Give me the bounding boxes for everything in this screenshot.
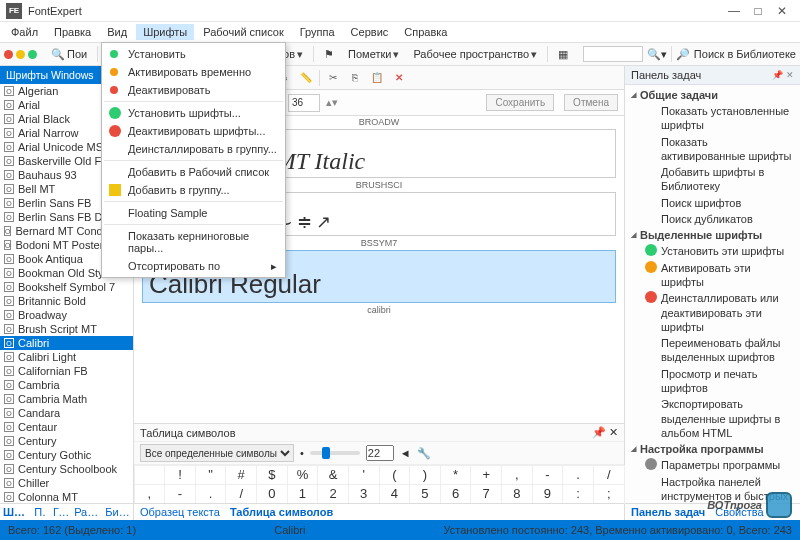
char-filter-select[interactable]: Все определенные символы — [140, 444, 294, 462]
library-search-label[interactable]: Поиск в Библиотеке — [694, 48, 796, 60]
char-cell[interactable]: . — [195, 484, 227, 504]
char-cell[interactable]: - — [532, 465, 564, 485]
task-group[interactable]: Общие задачи — [625, 87, 800, 103]
sidebar-tab[interactable]: Группы — [53, 506, 68, 518]
char-cell[interactable]: 3 — [348, 484, 380, 504]
copy-icon[interactable]: ⎘ — [346, 69, 364, 87]
char-cell[interactable]: 7 — [470, 484, 502, 504]
char-cell[interactable]: 1 — [287, 484, 319, 504]
workspace-dropdown[interactable]: Рабочее пространство ▾ — [409, 47, 541, 62]
char-cell[interactable]: 2 — [317, 484, 349, 504]
pin-icon[interactable]: 📌 ✕ — [592, 426, 618, 439]
font-item[interactable]: OCentury — [0, 434, 133, 448]
char-cell[interactable]: 4 — [379, 484, 411, 504]
task-item[interactable]: Поиск шрифтов — [625, 195, 800, 211]
char-cell[interactable]: % — [287, 465, 319, 485]
menu-item[interactable]: Активировать временно — [104, 63, 283, 81]
search-go-icon[interactable]: 🔍▾ — [647, 48, 667, 61]
close-button[interactable]: ✕ — [770, 4, 794, 18]
task-item[interactable]: Настройка панелей инструментов и быстрых… — [625, 474, 800, 503]
menu-item[interactable]: Установить — [104, 45, 283, 63]
char-size-input[interactable] — [366, 445, 394, 461]
font-item[interactable]: OBroadway — [0, 308, 133, 322]
char-cell[interactable]: , — [501, 465, 533, 485]
char-cell[interactable]: # — [225, 465, 257, 485]
search-input[interactable] — [583, 46, 643, 62]
menu-item[interactable]: Добавить в группу... — [104, 181, 283, 199]
taskpane-pin-icon[interactable]: 📌 ✕ — [772, 70, 794, 80]
fonts-menu-dropdown[interactable]: УстановитьАктивировать временноДеактивир… — [101, 42, 286, 278]
char-grid[interactable]: !"#$%&'()*+,-./,-./0123456789:; — [134, 465, 624, 503]
taskpane-tab[interactable]: Свойства — [715, 506, 763, 518]
char-cell[interactable]: " — [195, 465, 227, 485]
sidebar-tab[interactable]: Папки — [34, 506, 47, 518]
paste-icon[interactable]: 📋 — [368, 69, 386, 87]
font-item[interactable]: OCentury Gothic — [0, 448, 133, 462]
flag-icon[interactable]: ⚑ — [320, 47, 338, 62]
save-button[interactable]: Сохранить — [486, 94, 554, 111]
size-stepper-icon[interactable]: ▴▾ — [326, 96, 338, 109]
char-cell[interactable]: 6 — [440, 484, 472, 504]
layout-icon[interactable]: ▦ — [554, 47, 572, 62]
char-cell[interactable]: ) — [409, 465, 441, 485]
arrow-left-icon[interactable]: ◄ — [400, 447, 411, 459]
menu-item[interactable]: Показать керниноговые пары... — [104, 227, 283, 257]
task-item[interactable]: Экспортировать выделенные шрифты в альбо… — [625, 396, 800, 441]
size-input[interactable] — [288, 94, 320, 112]
taskpane-tab[interactable]: Панель задач — [631, 506, 705, 518]
font-item[interactable]: OCambria — [0, 378, 133, 392]
char-cell[interactable]: - — [164, 484, 196, 504]
center-tab[interactable]: Таблица символов — [230, 506, 333, 518]
menu-item[interactable]: Деинсталлировать в группу... — [104, 140, 283, 158]
char-cell[interactable]: & — [317, 465, 349, 485]
font-item[interactable]: OCambria Math — [0, 392, 133, 406]
delete-icon[interactable]: ✕ — [390, 69, 408, 87]
search-button[interactable]: 🔍 Пои — [47, 47, 91, 62]
menu-Группа[interactable]: Группа — [293, 24, 342, 40]
char-size-slider[interactable] — [310, 451, 360, 455]
sidebar-tab[interactable]: Рабочий с... — [74, 506, 99, 518]
font-item[interactable]: OBritannic Bold — [0, 294, 133, 308]
char-cell[interactable]: + — [470, 465, 502, 485]
ruler-icon[interactable]: 📏 — [297, 69, 315, 87]
char-cell[interactable]: $ — [256, 465, 288, 485]
marks-dropdown[interactable]: Пометки ▾ — [344, 47, 403, 62]
font-item[interactable]: OCandara — [0, 406, 133, 420]
tool-icon[interactable]: 🔧 — [417, 447, 431, 460]
menu-Вид[interactable]: Вид — [100, 24, 134, 40]
char-cell[interactable]: 5 — [409, 484, 441, 504]
menu-item[interactable]: Установить шрифты... — [104, 104, 283, 122]
char-cell[interactable]: , — [134, 484, 166, 504]
char-cell[interactable]: / — [225, 484, 257, 504]
menu-item[interactable]: Деактивировать шрифты... — [104, 122, 283, 140]
char-cell[interactable]: 9 — [532, 484, 564, 504]
maximize-button[interactable]: □ — [746, 4, 770, 18]
font-item[interactable]: OCalibri Light — [0, 350, 133, 364]
task-item[interactable]: Поиск дубликатов — [625, 211, 800, 227]
menu-Файл[interactable]: Файл — [4, 24, 45, 40]
font-item[interactable]: OBrush Script MT — [0, 322, 133, 336]
char-cell[interactable]: / — [593, 465, 625, 485]
font-item[interactable]: OCentaur — [0, 420, 133, 434]
font-item[interactable]: OBookshelf Symbol 7 — [0, 280, 133, 294]
library-search-icon[interactable]: 🔎 — [676, 48, 690, 61]
sidebar-tab[interactable]: Шрифты ... — [3, 506, 28, 518]
char-cell[interactable]: 8 — [501, 484, 533, 504]
sidebar-tab[interactable]: Библиотека — [105, 506, 130, 518]
menu-Сервис[interactable]: Сервис — [344, 24, 396, 40]
menu-Шрифты[interactable]: Шрифты — [136, 24, 194, 40]
task-item[interactable]: Активировать эти шрифты — [625, 260, 800, 291]
menu-item[interactable]: Отсортировать по ▸ — [104, 257, 283, 275]
menu-item[interactable]: Деактивировать — [104, 81, 283, 99]
font-item[interactable]: OChiller — [0, 476, 133, 490]
font-item[interactable]: OCalibri — [0, 336, 133, 350]
task-item[interactable]: Параметры программы — [625, 457, 800, 473]
char-cell[interactable]: . — [562, 465, 594, 485]
task-group[interactable]: Настройка программы — [625, 441, 800, 457]
task-item[interactable]: Деинсталлировать или деактивировать эти … — [625, 290, 800, 335]
task-item[interactable]: Показать установленные шрифты — [625, 103, 800, 134]
font-item[interactable]: OCalifornian FB — [0, 364, 133, 378]
task-item[interactable]: Просмотр и печать шрифтов — [625, 366, 800, 397]
char-cell[interactable]: * — [440, 465, 472, 485]
menu-Рабочий список[interactable]: Рабочий список — [196, 24, 291, 40]
